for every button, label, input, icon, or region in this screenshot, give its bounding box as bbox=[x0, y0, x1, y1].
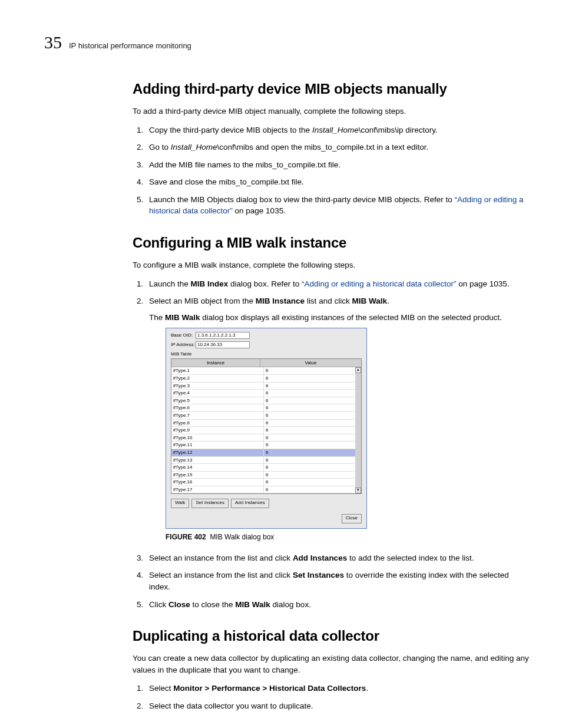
section2-intro: To configure a MIB walk instance, comple… bbox=[133, 259, 530, 271]
value-cell: 6 bbox=[264, 367, 361, 374]
instance-cell: ifType.9 bbox=[171, 427, 264, 434]
mib-walk-dialog: Base OID: 1.3.6.1.2.1.2.2.1.3 IP Address… bbox=[166, 328, 367, 529]
table-row[interactable]: ifType.86 bbox=[171, 420, 361, 427]
instance-cell: ifType.3 bbox=[171, 383, 264, 390]
table-row[interactable]: ifType.46 bbox=[171, 390, 361, 397]
value-cell: 6 bbox=[264, 404, 361, 411]
link-adding-editing-collector-2[interactable]: “Adding or editing a historical data col… bbox=[302, 279, 457, 288]
value-cell: 6 bbox=[264, 375, 361, 382]
section-heading-configuring-mib-walk: Configuring a MIB walk instance bbox=[133, 235, 530, 251]
step-1: Select Monitor > Performance > Historica… bbox=[146, 683, 530, 694]
figure-caption: FIGURE 402 MIB Walk dialog box bbox=[166, 532, 530, 542]
table-row[interactable]: ifType.36 bbox=[171, 383, 361, 390]
value-cell: 6 bbox=[264, 390, 361, 397]
running-title: IP historical performance monitoring bbox=[69, 41, 191, 50]
section-heading-adding-mib: Adding third-party device MIB objects ma… bbox=[133, 81, 530, 97]
ip-address-row: IP Address: 10.24.36.33 bbox=[171, 341, 362, 348]
mib-table-header: Instance Value bbox=[171, 359, 361, 368]
step-5: Launch the MIB Objects dialog box to vie… bbox=[146, 194, 530, 217]
instance-cell: ifType.17 bbox=[171, 486, 264, 493]
close-button[interactable]: Close bbox=[342, 514, 362, 523]
ip-address-input[interactable]: 10.24.36.33 bbox=[196, 341, 250, 348]
instance-cell: ifType.1 bbox=[171, 367, 264, 374]
walk-button[interactable]: Walk bbox=[171, 499, 189, 508]
value-cell: 6 bbox=[264, 383, 361, 390]
step-3: Select an instance from the list and cli… bbox=[146, 552, 530, 564]
instance-cell: ifType.13 bbox=[171, 457, 264, 464]
instance-cell: ifType.15 bbox=[171, 472, 264, 479]
instance-cell: ifType.5 bbox=[171, 397, 264, 404]
table-row[interactable]: ifType.166 bbox=[171, 479, 361, 486]
base-oid-label: Base OID: bbox=[171, 332, 196, 339]
table-row[interactable]: ifType.136 bbox=[171, 457, 361, 465]
step-4: Save and close the mibs_to_compile.txt f… bbox=[146, 176, 530, 188]
instance-cell: ifType.4 bbox=[171, 390, 264, 397]
table-row[interactable]: ifType.176 bbox=[171, 486, 361, 494]
add-instances-button[interactable]: Add Instances bbox=[231, 499, 269, 508]
set-instances-button[interactable]: Set Instances bbox=[191, 499, 228, 508]
table-row[interactable]: ifType.96 bbox=[171, 427, 361, 434]
section-heading-duplicating-collector: Duplicating a historical data collector bbox=[133, 628, 530, 644]
value-cell: 6 bbox=[264, 412, 361, 419]
step-3: Add the MIB file names to the mibs_to_co… bbox=[146, 159, 530, 171]
step-2: Select the data collector you want to du… bbox=[146, 700, 530, 712]
instance-cell: ifType.2 bbox=[171, 375, 264, 382]
page-number: 35 bbox=[44, 32, 62, 52]
table-row[interactable]: ifType.26 bbox=[171, 375, 361, 383]
table-row[interactable]: ifType.76 bbox=[171, 412, 361, 420]
section1-intro: To add a third-party device MIB object m… bbox=[133, 106, 530, 117]
instance-cell: ifType.7 bbox=[171, 412, 264, 419]
value-cell: 6 bbox=[264, 442, 361, 449]
value-cell: 6 bbox=[264, 434, 361, 442]
table-row[interactable]: ifType.16 bbox=[171, 367, 361, 375]
instance-cell: ifType.6 bbox=[171, 404, 264, 411]
instance-cell: ifType.14 bbox=[171, 464, 264, 471]
section3-intro: You can create a new data collector by d… bbox=[133, 653, 530, 676]
instance-cell: ifType.16 bbox=[171, 479, 264, 486]
table-row[interactable]: ifType.126 bbox=[171, 449, 361, 457]
instance-cell: ifType.10 bbox=[171, 434, 264, 442]
step-5: Click Close to close the MIB Walk dialog… bbox=[146, 599, 530, 611]
instance-cell: ifType.8 bbox=[171, 420, 264, 427]
section1-steps: Copy the third-party device MIB objects … bbox=[133, 124, 530, 217]
mib-table-label: MIB Table bbox=[171, 351, 362, 358]
base-oid-input[interactable]: 1.3.6.1.2.1.2.2.1.3 bbox=[196, 332, 250, 339]
step-1: Launch the MIB Index dialog box. Refer t… bbox=[146, 278, 530, 290]
step-1: Copy the third-party device MIB objects … bbox=[146, 124, 530, 136]
instance-cell: ifType.12 bbox=[171, 449, 264, 456]
scrollbar[interactable]: ▴ ▾ bbox=[355, 367, 361, 493]
mib-table: Instance Value ifType.16ifType.26ifType.… bbox=[171, 358, 362, 495]
table-row[interactable]: ifType.116 bbox=[171, 442, 361, 449]
table-row[interactable]: ifType.56 bbox=[171, 397, 361, 405]
page-header: 35 IP historical performance monitoring bbox=[44, 32, 530, 52]
instance-cell: ifType.11 bbox=[171, 442, 264, 449]
table-row[interactable]: ifType.66 bbox=[171, 404, 361, 412]
col-instance: Instance bbox=[171, 359, 260, 367]
ip-address-label: IP Address: bbox=[171, 341, 196, 348]
value-cell: 6 bbox=[264, 449, 361, 456]
table-row[interactable]: ifType.146 bbox=[171, 464, 361, 472]
col-value: Value bbox=[260, 359, 361, 367]
value-cell: 6 bbox=[264, 486, 361, 493]
step-4: Select an instance from the list and cli… bbox=[146, 569, 530, 592]
value-cell: 6 bbox=[264, 479, 361, 486]
step-2: Select an MIB object from the MIB Instan… bbox=[146, 295, 530, 543]
value-cell: 6 bbox=[264, 464, 361, 471]
table-row[interactable]: ifType.106 bbox=[171, 434, 361, 442]
section3-steps: Select Monitor > Performance > Historica… bbox=[133, 683, 530, 711]
value-cell: 6 bbox=[264, 457, 361, 464]
value-cell: 6 bbox=[264, 420, 361, 427]
value-cell: 6 bbox=[264, 472, 361, 479]
value-cell: 6 bbox=[264, 427, 361, 434]
scroll-up-icon[interactable]: ▴ bbox=[355, 367, 361, 373]
value-cell: 6 bbox=[264, 397, 361, 404]
step-2: Go to Install_Home\conf\mibs and open th… bbox=[146, 141, 530, 153]
section2-steps: Launch the MIB Index dialog box. Refer t… bbox=[133, 278, 530, 611]
scroll-down-icon[interactable]: ▾ bbox=[355, 487, 361, 493]
base-oid-row: Base OID: 1.3.6.1.2.1.2.2.1.3 bbox=[171, 332, 362, 339]
table-row[interactable]: ifType.156 bbox=[171, 472, 361, 479]
